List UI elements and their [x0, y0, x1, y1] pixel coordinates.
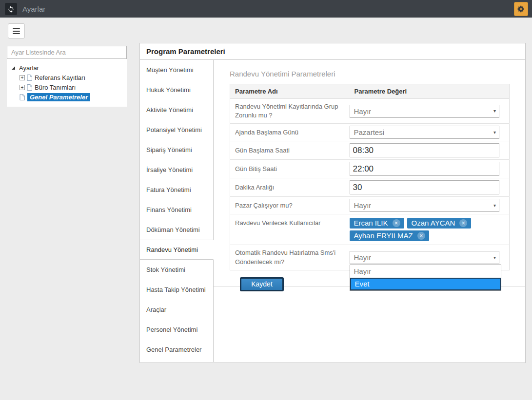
- column-header-value: Parametre Değeri: [350, 84, 510, 99]
- param-value-cell: Ercan ILIK×Ozan AYCAN×Ayhan ERYILMAZ×: [350, 214, 510, 245]
- param-select[interactable]: Hayır▾: [350, 251, 500, 264]
- chevron-down-icon: ▾: [493, 130, 496, 135]
- chevron-down-icon: ▾: [493, 203, 496, 208]
- refresh-icon: [7, 5, 15, 13]
- table-row: Gün Başlama Saati: [230, 141, 510, 160]
- tab-stok-yonetimi[interactable]: Stok Yönetimi: [140, 260, 214, 280]
- param-select[interactable]: Hayır▾: [350, 105, 500, 118]
- tag-remove-icon[interactable]: ×: [459, 219, 467, 227]
- document-icon: [20, 94, 25, 100]
- save-button[interactable]: Kaydet: [240, 277, 284, 291]
- table-row: Randevu Yönetimi Kayıtlarında Grup Zorun…: [230, 99, 510, 124]
- settings-search-input[interactable]: [7, 46, 127, 59]
- document-icon: [27, 84, 32, 91]
- param-name-cell: Gün Başlama Saati: [230, 141, 350, 160]
- tab-randevu-yonetimi[interactable]: Randevu Yönetimi: [140, 240, 214, 260]
- param-name-cell: Dakika Aralığı: [230, 178, 350, 197]
- program-parameters-panel: Program Parametreleri Müşteri YönetimiHu…: [139, 43, 526, 363]
- select-dropdown-list: HayırEvet: [350, 265, 502, 291]
- param-input[interactable]: [350, 143, 500, 157]
- select-option-hayir[interactable]: Hayır: [350, 265, 501, 278]
- param-value-cell: [350, 178, 510, 197]
- tab-hukuk-yonetimi[interactable]: Hukuk Yönetimi: [140, 80, 214, 100]
- page-title: Ayarlar: [22, 5, 45, 13]
- tree-node-label: Büro Tanımları: [35, 84, 76, 91]
- table-header-row: Parametre Adı Parametre Değeri: [230, 84, 510, 99]
- parameters-table: Parametre Adı Parametre Değeri Randevu Y…: [230, 84, 510, 270]
- chevron-down-icon: ▾: [493, 255, 496, 260]
- param-name-cell: Gün Bitiş Saati: [230, 160, 350, 178]
- param-name-cell: Ravdevu Verilecek Kullanıcılar: [230, 214, 350, 245]
- select-value: Hayır: [354, 201, 372, 210]
- topbar: Ayarlar: [0, 0, 532, 18]
- tab-siparis-yonetimi[interactable]: Sipariş Yönetimi: [140, 140, 214, 160]
- expand-plus-icon[interactable]: +: [20, 75, 25, 80]
- chevron-down-icon: ▾: [493, 108, 496, 114]
- tab-dokuman-yonetimi[interactable]: Döküman Yönetimi: [140, 220, 214, 240]
- panel-footer-space: [214, 287, 525, 362]
- tab-irsaliye-yonetimi[interactable]: İrsaliye Yönetimi: [140, 160, 214, 180]
- tree-node-buro-tanimlari[interactable]: +Büro Tanımları: [9, 82, 125, 92]
- app-logo[interactable]: [5, 3, 17, 15]
- param-name-cell: Ajanda Başlama Günü: [230, 124, 350, 141]
- gear-icon: [517, 5, 525, 13]
- expanded-arrow-icon[interactable]: [12, 66, 15, 70]
- param-value-cell: [350, 141, 510, 160]
- tree-node-label: Genel Parametreler: [27, 93, 90, 101]
- param-value-cell: Hayır▾: [350, 99, 510, 124]
- user-tag-label: Ercan ILIK: [354, 219, 388, 227]
- select-value: Pazartesi: [354, 128, 385, 136]
- table-row: Gün Bitiş Saati: [230, 160, 510, 178]
- tree-node-label: Ayarlar: [19, 64, 39, 72]
- tab-hasta-takip-yonetimi[interactable]: Hasta Takip Yönetimi: [140, 280, 214, 300]
- tab-musteri-yonetimi[interactable]: Müşteri Yönetimi: [140, 60, 214, 80]
- user-tag-label: Ayhan ERYILMAZ: [354, 231, 413, 240]
- table-row: Otomatik Randevu Hatırlatma Sms'i Gönder…: [230, 245, 510, 270]
- user-tag: Ayhan ERYILMAZ×: [350, 230, 429, 241]
- tab-araclar[interactable]: Araçlar: [140, 300, 214, 320]
- table-row: Dakika Aralığı: [230, 178, 510, 197]
- tab-potansiyel-yonetimi[interactable]: Potansiyel Yönetimi: [140, 120, 214, 140]
- param-value-cell: Hayır▾HayırEvet: [350, 245, 510, 270]
- param-input[interactable]: [350, 180, 500, 194]
- select-value: Hayır: [354, 107, 372, 115]
- tree-node-genel-parametreler[interactable]: Genel Parametreler: [9, 92, 125, 102]
- select-option-evet[interactable]: Evet: [350, 278, 501, 290]
- tag-remove-icon[interactable]: ×: [417, 232, 425, 240]
- tab-personel-yonetimi[interactable]: Personel Yönetimi: [140, 320, 214, 340]
- settings-gear-button[interactable]: [514, 2, 528, 16]
- tab-fatura-yonetimi[interactable]: Fatura Yönetimi: [140, 180, 214, 200]
- param-value-cell: [350, 160, 510, 178]
- user-tag: Ercan ILIK×: [350, 218, 404, 229]
- parameters-section: Randevu Yönetimi Parametreleri Parametre…: [214, 60, 525, 287]
- select-value: Hayır: [354, 253, 372, 262]
- settings-tree: Ayarlar+Referans Kayıtları+Büro Tanımlar…: [7, 59, 127, 102]
- tab-aktivite-yonetimi[interactable]: Aktivite Yönetimi: [140, 100, 214, 120]
- tree-node-root[interactable]: Ayarlar: [9, 63, 125, 73]
- param-name-cell: Otomatik Randevu Hatırlatma Sms'i Gönder…: [230, 245, 350, 270]
- table-row: Ajanda Başlama GünüPazartesi▾: [230, 124, 510, 141]
- param-select[interactable]: Pazartesi▾: [350, 126, 500, 139]
- param-value-cell: Hayır▾: [350, 197, 510, 214]
- tag-remove-icon[interactable]: ×: [393, 219, 400, 227]
- panel-body: Müşteri YönetimiHukuk YönetimiAktivite Y…: [140, 60, 525, 362]
- menu-toggle-button[interactable]: [8, 23, 25, 38]
- tab-finans-yonetimi[interactable]: Finans Yönetimi: [140, 200, 214, 220]
- panel-title: Program Parametreleri: [140, 43, 525, 60]
- tree-node-referans-kayitlari[interactable]: +Referans Kayıtları: [9, 73, 125, 82]
- tab-genel-parametreler[interactable]: Genel Parametreler: [140, 340, 214, 360]
- param-input[interactable]: [350, 162, 500, 176]
- document-icon: [27, 75, 32, 81]
- table-row: Pazar Çalışıyor mu?Hayır▾: [230, 197, 510, 214]
- user-tag: Ozan AYCAN×: [407, 218, 472, 229]
- section-title: Randevu Yönetimi Parametreleri: [230, 70, 510, 78]
- tab-content: Randevu Yönetimi Parametreleri Parametre…: [214, 60, 525, 362]
- module-tab-list: Müşteri YönetimiHukuk YönetimiAktivite Y…: [140, 60, 214, 362]
- param-select[interactable]: Hayır▾: [350, 199, 500, 212]
- expand-plus-icon[interactable]: +: [20, 85, 25, 90]
- sidebar: Ayarlar+Referans Kayıtları+Büro Tanımlar…: [7, 46, 127, 107]
- user-tag-label: Ozan AYCAN: [412, 219, 455, 227]
- column-header-name: Parametre Adı: [230, 84, 350, 99]
- param-name-cell: Pazar Çalışıyor mu?: [230, 197, 350, 214]
- param-name-cell: Randevu Yönetimi Kayıtlarında Grup Zorun…: [230, 99, 350, 124]
